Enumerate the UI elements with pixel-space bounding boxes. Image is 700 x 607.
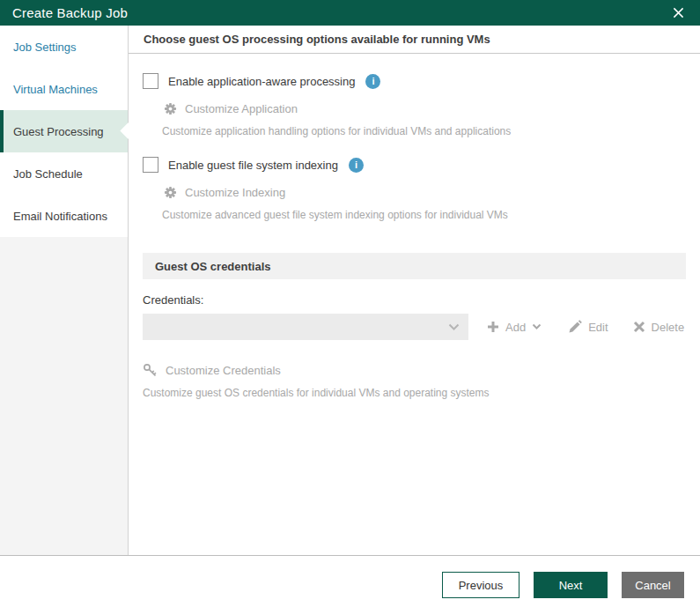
app-aware-check-row: Enable application-aware processing i (143, 73, 686, 89)
sidebar-item-job-schedule[interactable]: Job Schedule (0, 152, 128, 195)
indexing-description: Customize advanced guest file system ind… (162, 209, 686, 221)
edit-credentials-button[interactable]: Edit (568, 320, 608, 334)
indexing-check-row: Enable guest file system indexing i (143, 157, 686, 173)
indexing-checkbox[interactable] (143, 157, 158, 173)
dialog-body: Job Settings Virtual Machines Guest Proc… (0, 26, 700, 556)
customize-credentials-button[interactable]: Customize Credentials (143, 363, 686, 378)
main-panel: Choose guest OS processing options avail… (129, 26, 700, 555)
close-icon[interactable] (668, 4, 688, 23)
sidebar-item-label: Job Schedule (13, 167, 83, 181)
sidebar-item-guest-processing[interactable]: Guest Processing (0, 110, 128, 152)
titlebar: Create Backup Job (0, 0, 700, 26)
guest-os-credentials-section-header: Guest OS credentials (143, 253, 686, 279)
gear-icon (164, 186, 177, 199)
edit-button-label: Edit (588, 321, 608, 334)
credentials-field-label: Credentials: (143, 293, 686, 307)
next-button[interactable]: Next (534, 572, 608, 598)
gear-icon (164, 102, 177, 115)
create-backup-job-dialog: Create Backup Job Job Settings Virtual M… (0, 0, 700, 607)
credentials-description: Customize guest OS credentials for indiv… (143, 387, 686, 399)
sidebar-item-label: Job Settings (13, 41, 77, 54)
section-title: Guest OS credentials (155, 260, 271, 273)
chevron-down-icon (532, 323, 542, 330)
sidebar-item-label: Virtual Machines (13, 83, 98, 96)
app-aware-description: Customize application handling options f… (162, 125, 686, 137)
page-title: Choose guest OS processing options avail… (129, 26, 700, 54)
sidebar-item-label: Guest Processing (13, 125, 104, 138)
delete-credentials-button[interactable]: Delete (633, 321, 685, 334)
plus-icon (487, 321, 499, 333)
sidebar-item-job-settings[interactable]: Job Settings (0, 26, 128, 68)
wizard-steps-sidebar: Job Settings Virtual Machines Guest Proc… (0, 26, 129, 555)
add-button-label: Add (505, 321, 526, 334)
customize-application-button[interactable]: Customize Application (164, 102, 686, 115)
x-cross-icon (633, 321, 645, 333)
credentials-row: Add Edit (143, 314, 686, 340)
sidebar-item-label: Email Notifications (13, 210, 107, 223)
key-icon (143, 363, 158, 378)
delete-button-label: Delete (652, 321, 685, 334)
info-icon[interactable]: i (365, 74, 380, 89)
dialog-title: Create Backup Job (12, 5, 128, 20)
customize-indexing-label: Customize Indexing (185, 186, 285, 199)
customize-indexing-button[interactable]: Customize Indexing (164, 186, 686, 199)
customize-credentials-label: Customize Credentials (166, 364, 281, 377)
customize-application-label: Customize Application (185, 102, 298, 115)
indexing-checkbox-label: Enable guest file system indexing (168, 159, 338, 172)
chevron-down-icon (448, 323, 460, 331)
dialog-footer: Previous Next Cancel (0, 556, 700, 607)
guest-processing-content: Enable application-aware processing i (129, 54, 700, 399)
cancel-button[interactable]: Cancel (622, 572, 684, 598)
add-credentials-button[interactable]: Add (487, 321, 542, 334)
wizard-step-list: Job Settings Virtual Machines Guest Proc… (0, 26, 128, 237)
sidebar-item-email-notifications[interactable]: Email Notifications (0, 195, 128, 237)
sidebar-item-virtual-machines[interactable]: Virtual Machines (0, 68, 128, 110)
info-icon[interactable]: i (349, 158, 364, 173)
credentials-select[interactable] (143, 314, 468, 340)
app-aware-checkbox-label: Enable application-aware processing (168, 75, 355, 88)
indexing-option-group: Enable guest file system indexing i (143, 157, 686, 221)
pencil-icon (568, 320, 582, 334)
app-aware-option-group: Enable application-aware processing i (143, 73, 686, 137)
app-aware-checkbox[interactable] (143, 73, 158, 89)
previous-button[interactable]: Previous (442, 572, 519, 598)
